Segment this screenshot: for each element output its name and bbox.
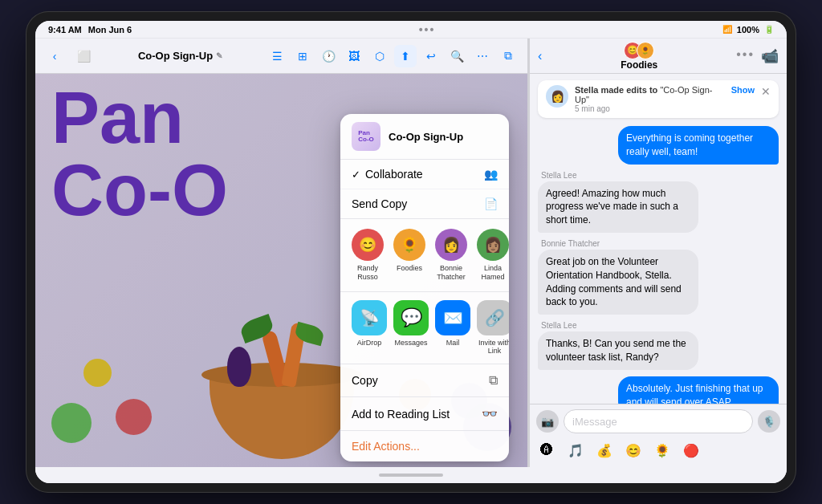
ipad-frame: 9:41 AM Mon Jun 6 ••• 📶 100% 🔋 ‹ ⬜ Co-Op…	[26, 11, 796, 493]
message-input[interactable]: iMessage	[564, 409, 753, 433]
status-time: 9:41 AM	[48, 25, 82, 35]
status-dots: •••	[419, 23, 436, 36]
status-bar: 9:41 AM Mon Jun 6 ••• 📶 100% 🔋	[35, 21, 787, 39]
avatar-bonnie-circle: 👩	[435, 229, 467, 261]
avatar-foodies-circle: 🌻	[393, 229, 425, 261]
msg-bubble-3: Great job on the Volunteer Orientation H…	[538, 250, 698, 315]
memoji-icon2[interactable]: 🌻	[652, 440, 673, 461]
copy-label: Copy	[352, 374, 378, 387]
send-copy-icon: 📄	[484, 197, 498, 210]
airdrop-icon: 📡	[352, 300, 387, 335]
group-avatars: 😊 🌻	[626, 42, 652, 59]
popup-doc-icon: PanCo-O	[352, 122, 380, 151]
more-icon[interactable]: ⋯	[471, 45, 494, 67]
doc-background: Pan Co-O	[35, 74, 527, 467]
mic-button[interactable]: 🎙️	[758, 410, 780, 433]
airdrop-method[interactable]: 📡 AirDrop	[352, 300, 387, 356]
avatar-bonnie[interactable]: 👩 Bonnie Thatcher	[435, 229, 467, 282]
mail-label: Mail	[446, 339, 460, 348]
checkmark-icon: ✓	[352, 169, 360, 181]
back-button[interactable]: ‹	[43, 45, 66, 67]
link-icon: 🔗	[477, 300, 509, 335]
notification-bar: 👩 Stella made edits to "Co-Op Sign-Up" 5…	[538, 80, 779, 118]
send-copy-item[interactable]: Send Copy 📄	[340, 189, 509, 218]
back-arrow-icon: ‹	[538, 49, 542, 63]
msg-more-icon[interactable]: •••	[736, 47, 755, 65]
messages-back-button[interactable]: ‹	[538, 49, 542, 63]
edit-actions[interactable]: Edit Actions...	[340, 431, 509, 461]
msg-row-4: Stella Lee Thanks, B! Can you send me th…	[538, 321, 779, 370]
doc-title-toolbar: Co-Op Sign-Up ✎	[101, 50, 259, 62]
camera-button[interactable]: 📷	[536, 410, 559, 433]
msg-row-5: Absolutely. Just finishing that up and w…	[538, 376, 779, 404]
msg-bubble-1: Everything is coming together really wel…	[618, 126, 779, 165]
link-method[interactable]: 🔗 Invite with Link	[477, 300, 509, 356]
undo-icon[interactable]: ↩	[420, 45, 442, 67]
avatars-row: 😊 Randy Russo 🌻 Foodies 👩 Bonnie Thatche…	[340, 219, 509, 292]
send-copy-label: Send Copy	[352, 197, 407, 210]
notification-show-button[interactable]: Show	[731, 85, 755, 95]
messages-toolbar: ‹ 😊 🌻 Foodies ••• 📹	[530, 39, 787, 74]
image-icon[interactable]: 🖼	[343, 45, 365, 67]
collab-people-icon: 👥	[484, 168, 498, 181]
music-icon[interactable]: 🎵	[565, 440, 586, 461]
shape-icon[interactable]: ⬡	[368, 45, 391, 67]
memoji-icon1[interactable]: 😊	[623, 440, 644, 461]
reading-list-icon: 👓	[482, 406, 498, 421]
msg-bubble-4: Thanks, B! Can you send me the volunteer…	[538, 331, 698, 370]
avatar-randy[interactable]: 😊 Randy Russo	[352, 229, 384, 282]
popup-doc-title: Co-Op Sign-Up	[389, 131, 463, 143]
copy-icon: ⧉	[489, 373, 498, 388]
messages-icon: 💬	[393, 300, 429, 335]
grid-icon[interactable]: ⊞	[291, 45, 314, 67]
msg-apps-row: 🅐 🎵 💰 😊 🌻 🔴	[536, 438, 780, 462]
battery-icon: 🔋	[764, 25, 774, 34]
popup-header: PanCo-O Co-Op Sign-Up	[340, 114, 509, 160]
share-popup: PanCo-O Co-Op Sign-Up ✓ Collaborate	[340, 114, 509, 461]
group-avatar-2: 🌻	[637, 42, 654, 59]
messages-content[interactable]: 👩 Stella made edits to "Co-Op Sign-Up" 5…	[530, 74, 787, 404]
message-placeholder: iMessage	[572, 416, 617, 428]
avatar-randy-name: Randy Russo	[352, 264, 384, 282]
reading-list-label: Add to Reading List	[352, 408, 450, 421]
msg-input-row: 📷 iMessage 🎙️	[536, 409, 780, 433]
battery-text: 100%	[737, 25, 759, 35]
clock-icon[interactable]: 🕐	[317, 45, 340, 67]
share-icon[interactable]: ⬆	[394, 45, 417, 67]
facetime-icon[interactable]: 📹	[761, 47, 779, 65]
reading-list-row[interactable]: Add to Reading List 👓	[340, 397, 509, 431]
msg-row-1: Everything is coming together really wel…	[538, 126, 779, 165]
msg-sender-4: Stella Lee	[538, 321, 580, 330]
pages-toolbar: ‹ ⬜ Co-Op Sign-Up ✎ ☰ ⊞ 🕐 🖼 ⬡ ⬆ ↩ �	[35, 39, 527, 74]
notification-close-button[interactable]: ✕	[761, 85, 771, 98]
sticker-icon[interactable]: 🔴	[681, 440, 702, 461]
app-store-icon[interactable]: 🅐	[536, 440, 557, 461]
search-icon[interactable]: 🔍	[446, 45, 468, 67]
msg-bubble-2: Agreed! Amazing how much progress we've …	[538, 181, 698, 233]
avatar-foodies[interactable]: 🌻 Foodies	[393, 229, 425, 282]
format-icon[interactable]: ☰	[266, 45, 288, 67]
avatar-randy-circle: 😊	[352, 229, 384, 261]
msg-sender-3: Bonnie Thatcher	[538, 239, 603, 248]
home-indicator	[379, 474, 443, 477]
doc-view-button[interactable]: ⬜	[72, 45, 95, 67]
cash-icon[interactable]: 💰	[594, 440, 615, 461]
messages-method[interactable]: 💬 Messages	[393, 300, 429, 356]
collaborate-label: Collaborate	[365, 168, 423, 181]
mail-method[interactable]: ✉️ Mail	[435, 300, 470, 356]
notification-text: Stella made edits to "Co-Op Sign-Up" 5 m…	[575, 85, 725, 113]
sidebar-icon[interactable]: ⧉	[497, 45, 519, 67]
home-indicator-area	[35, 467, 787, 483]
status-right: 📶 100% 🔋	[722, 25, 774, 35]
toolbar-icons: ☰ ⊞ 🕐 🖼 ⬡ ⬆ ↩ 🔍 ⋯ ⧉	[266, 45, 519, 67]
avatar-linda[interactable]: 👩🏽 Linda Hamed	[477, 229, 509, 282]
collaborate-item[interactable]: ✓ Collaborate 👥	[340, 160, 509, 189]
msg-sender-2: Stella Lee	[538, 171, 580, 180]
share-methods: 📡 AirDrop 💬 Messages ✉️ Mail	[340, 292, 509, 365]
doc-title-text: Co-Op Sign-Up	[138, 50, 213, 62]
left-panel: ‹ ⬜ Co-Op Sign-Up ✎ ☰ ⊞ 🕐 🖼 ⬡ ⬆ ↩ �	[35, 39, 527, 467]
copy-row[interactable]: Copy ⧉	[340, 364, 509, 397]
messages-input-area: 📷 iMessage 🎙️ 🅐 🎵 💰 😊 🌻 🔴	[530, 404, 787, 467]
right-panel: ‹ 😊 🌻 Foodies ••• 📹	[530, 39, 787, 467]
messages-group-info: 😊 🌻 Foodies	[548, 42, 730, 71]
